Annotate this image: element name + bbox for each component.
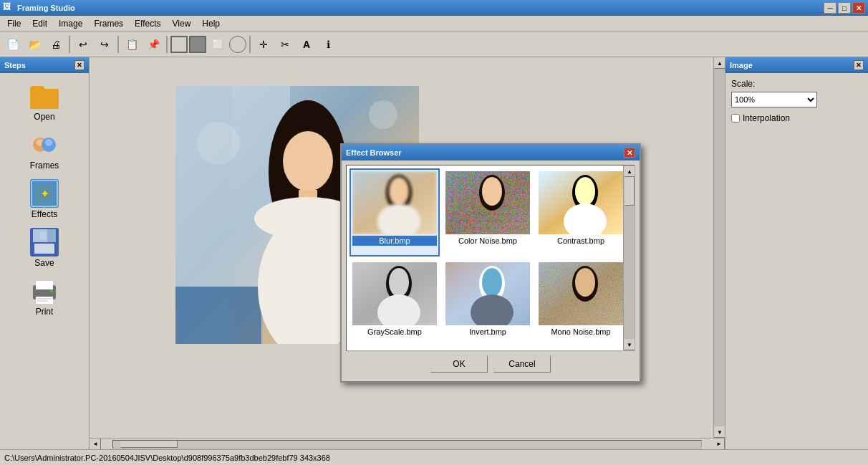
hscroll-track <box>112 440 702 449</box>
effect-item-grayscale[interactable]: GrayScale.bmp <box>349 259 440 347</box>
toolbar-frame3[interactable]: ⬜ <box>208 34 228 54</box>
steps-panel: Steps ✕ Open <box>0 57 90 449</box>
svg-point-42 <box>575 177 595 206</box>
canvas-wrapper: Effect Browser ✕ <box>90 57 725 449</box>
effect-item-invert[interactable]: Invert.bmp <box>443 259 533 347</box>
toolbar-text[interactable]: A <box>296 34 317 54</box>
svg-rect-17 <box>37 300 47 302</box>
menu-file[interactable]: File <box>1 17 26 30</box>
toolbar-sep-3 <box>166 36 168 53</box>
window-controls: ─ □ ✕ <box>824 2 865 14</box>
step-print-label: Print <box>36 307 54 317</box>
canvas-hscrollbar: ◄ ► <box>90 438 725 449</box>
hscroll-thumb[interactable] <box>120 441 178 448</box>
effect-name-grayscale: GrayScale.bmp <box>352 327 437 337</box>
effect-thumb-contrast <box>539 171 623 234</box>
svg-point-25 <box>283 131 333 191</box>
toolbar-frame4[interactable] <box>229 36 246 53</box>
canvas-scroll-track <box>714 69 725 426</box>
toolbar-info[interactable]: ℹ <box>318 34 338 54</box>
toolbar-new[interactable]: 📄 <box>3 34 23 54</box>
maximize-button[interactable]: □ <box>838 2 851 14</box>
steps-panel-close[interactable]: ✕ <box>74 60 85 70</box>
svg-rect-10 <box>47 229 56 242</box>
svg-point-50 <box>482 268 502 297</box>
step-save-icon <box>30 228 59 257</box>
dialog-close-button[interactable]: ✕ <box>624 148 635 158</box>
svg-point-29 <box>197 122 240 165</box>
effect-item-color-noise[interactable]: Color Noise.bmp <box>443 168 533 257</box>
dialog-ok-button[interactable]: OK <box>430 355 488 373</box>
scale-select[interactable]: 100% 25% 50% 75% 150% 200% <box>731 92 817 107</box>
dialog-scroll-up[interactable]: ▲ <box>624 166 635 177</box>
svg-point-18 <box>50 289 53 292</box>
steps-panel-header: Steps ✕ <box>0 57 89 73</box>
interpolation-checkbox[interactable] <box>731 114 740 123</box>
status-bar: C:\Users\Administrator.PC-20160504JISV\D… <box>0 449 868 465</box>
canvas-area: Effect Browser ✕ <box>90 57 713 438</box>
menu-help[interactable]: Help <box>196 17 226 30</box>
toolbar-print[interactable]: 🖨 <box>46 34 66 54</box>
step-print[interactable]: Print <box>9 274 80 320</box>
step-save[interactable]: Save <box>9 225 80 271</box>
svg-text:✦: ✦ <box>40 188 49 200</box>
effect-thumb-grayscale <box>352 262 437 325</box>
effect-thumb-color-noise <box>445 171 530 234</box>
step-effects[interactable]: ✦ Effects <box>9 176 80 222</box>
dialog-title: Effect Browser <box>346 148 402 157</box>
dialog-scroll-down[interactable]: ▼ <box>624 339 635 350</box>
right-panel-close[interactable]: ✕ <box>854 60 864 70</box>
svg-point-46 <box>389 268 409 297</box>
toolbar-redo[interactable]: ↪ <box>95 34 115 54</box>
toolbar-select[interactable]: ✛ <box>254 34 274 54</box>
toolbar-paste[interactable]: 📌 <box>143 34 163 54</box>
step-frames[interactable]: Frames <box>9 128 80 173</box>
right-panel: Image ✕ Scale: 100% 25% 50% 75% 150% 200… <box>725 57 868 449</box>
menu-edit[interactable]: Edit <box>26 17 53 30</box>
canvas-scroll-up[interactable]: ▲ <box>714 57 725 69</box>
menu-view[interactable]: View <box>167 17 197 30</box>
effect-item-contrast[interactable]: Contrast.bmp <box>536 168 623 257</box>
right-panel-content: Scale: 100% 25% 50% 75% 150% 200% Interp… <box>725 73 868 129</box>
toolbar-frame2[interactable] <box>189 36 206 53</box>
minimize-button[interactable]: ─ <box>824 2 836 14</box>
toolbar-open[interactable]: 📂 <box>24 34 44 54</box>
steps-panel-title: Steps <box>4 61 26 69</box>
effect-thumb-invert <box>445 262 530 325</box>
svg-point-34 <box>389 177 409 206</box>
close-button[interactable]: ✕ <box>852 2 865 14</box>
interpolation-row: Interpolation <box>731 113 862 123</box>
toolbar-frame1[interactable] <box>170 36 188 53</box>
step-save-label: Save <box>34 258 54 268</box>
svg-point-30 <box>369 100 397 129</box>
hscroll-left[interactable]: ◄ <box>90 438 101 450</box>
hscroll-right[interactable]: ► <box>713 438 725 450</box>
svg-rect-9 <box>34 244 54 254</box>
effect-item-mono-noise[interactable]: Mono Noise.bmp <box>536 259 623 347</box>
menu-bar: File Edit Image Frames Effects View Help <box>0 16 868 32</box>
step-open[interactable]: Open <box>9 79 80 125</box>
app-icon: 🖼 <box>3 2 14 14</box>
toolbar: 📄 📂 🖨 ↩ ↪ 📋 📌 ⬜ ✛ ✂ A ℹ <box>0 32 868 57</box>
dialog-scroll-track <box>624 177 635 339</box>
menu-frames[interactable]: Frames <box>88 17 129 30</box>
step-open-icon <box>30 82 59 110</box>
toolbar-copy[interactable]: 📋 <box>122 34 142 54</box>
toolbar-undo[interactable]: ↩ <box>73 34 93 54</box>
svg-point-3 <box>45 139 52 146</box>
step-effects-label: Effects <box>32 209 57 219</box>
menu-effects[interactable]: Effects <box>129 17 166 30</box>
app-title: Framing Studio <box>17 4 824 12</box>
menu-image[interactable]: Image <box>53 17 88 30</box>
effect-browser-dialog: Effect Browser ✕ <box>340 143 641 383</box>
toolbar-sep-4 <box>249 36 251 53</box>
effect-thumb-mono-noise <box>539 262 623 325</box>
svg-point-54 <box>575 268 595 297</box>
effects-grid: Blur.bmp <box>347 166 623 350</box>
effects-grid-container: Blur.bmp <box>346 165 635 351</box>
dialog-scroll-thumb[interactable] <box>625 177 635 206</box>
dialog-cancel-button[interactable]: Cancel <box>493 355 551 373</box>
effect-item-blur[interactable]: Blur.bmp <box>349 168 440 257</box>
toolbar-crop[interactable]: ✂ <box>275 34 295 54</box>
canvas-scroll-down[interactable]: ▼ <box>714 426 725 438</box>
